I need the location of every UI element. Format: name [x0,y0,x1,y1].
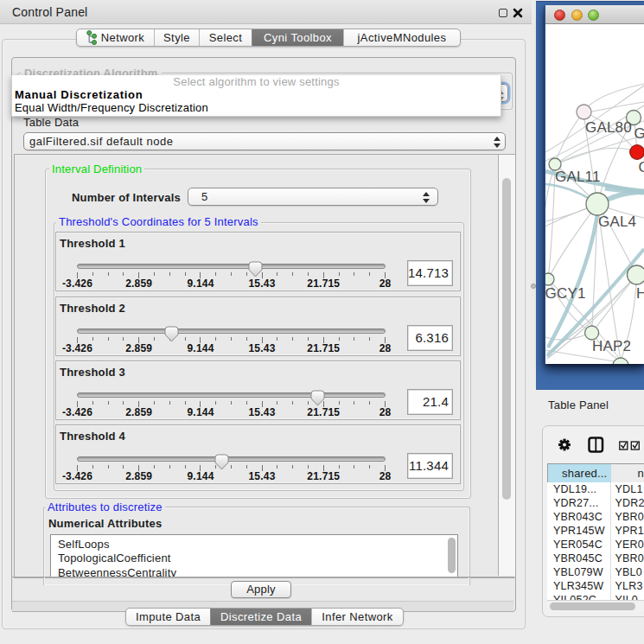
svg-text:GA: GA [634,125,644,142]
svg-text:GCY1: GCY1 [545,285,586,302]
svg-text:GAL4: GAL4 [598,214,636,230]
svg-text:GAL80: GAL80 [585,119,632,136]
svg-text:HAP2: HAP2 [592,338,631,354]
svg-text:C: C [639,159,644,175]
svg-text:HI: HI [636,285,644,302]
svg-text:GAL11: GAL11 [555,169,601,185]
